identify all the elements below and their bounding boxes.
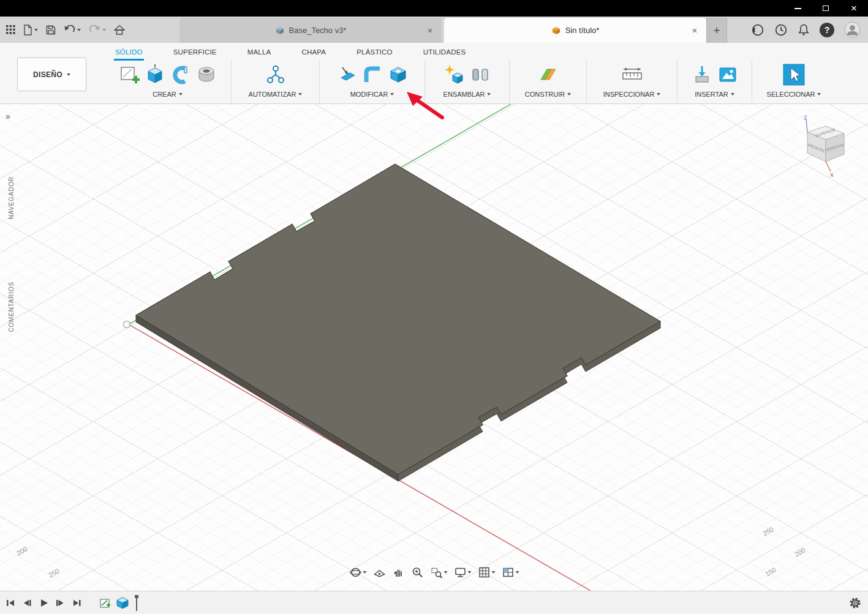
- group-dropdown-insertar[interactable]: INSERTAR: [695, 91, 734, 98]
- extrude-button[interactable]: [144, 64, 166, 86]
- orbit-button[interactable]: [348, 565, 368, 580]
- insert-derive-button[interactable]: [691, 64, 713, 86]
- workspace-selector[interactable]: DISEÑO: [17, 58, 86, 91]
- new-component-button[interactable]: [443, 64, 466, 86]
- tab-close-button[interactable]: ×: [425, 25, 436, 36]
- joint-icon: [469, 64, 491, 86]
- group-dropdown-seleccionar[interactable]: SELECCIONAR: [767, 91, 821, 98]
- insert-derive-icon: [691, 64, 713, 86]
- tab-superficie[interactable]: SUPERFICIE: [172, 47, 218, 61]
- zoom-button[interactable]: [410, 565, 425, 580]
- scale-label: 250: [47, 567, 61, 579]
- go-to-end-button[interactable]: [71, 597, 82, 608]
- display-settings-button[interactable]: [453, 565, 472, 580]
- pan-hand-icon: [392, 566, 404, 578]
- undo-button[interactable]: [64, 25, 81, 34]
- play-button[interactable]: [38, 597, 49, 608]
- press-pull-button[interactable]: [336, 64, 358, 86]
- close-icon: ×: [851, 3, 857, 13]
- viewport-3d[interactable]: 200 250 250 200 150 » NAVEGADOR COMENTAR…: [0, 104, 868, 591]
- construct-plane-button[interactable]: [537, 64, 559, 86]
- tab-close-button[interactable]: ×: [689, 25, 700, 36]
- select-button[interactable]: [781, 62, 807, 88]
- group-dropdown-inspeccionar[interactable]: INSPECCIONAR: [603, 91, 661, 98]
- timeline-sketch-feature[interactable]: [99, 597, 111, 609]
- shell-icon: [387, 64, 409, 86]
- close-window-button[interactable]: ×: [840, 0, 868, 17]
- tab-solido[interactable]: SÓLIDO: [114, 47, 144, 61]
- fillet-button[interactable]: [361, 64, 383, 86]
- save-button[interactable]: [46, 25, 56, 35]
- shell-button[interactable]: [387, 64, 409, 86]
- step-forward-button[interactable]: [55, 597, 66, 608]
- redo-icon: [89, 25, 100, 34]
- tab-plastico[interactable]: PLÁSTICO: [355, 47, 393, 61]
- grid-snaps-button[interactable]: [477, 565, 496, 580]
- dropdown-caret-icon: [487, 93, 491, 95]
- hole-button[interactable]: [195, 64, 217, 86]
- step-back-button[interactable]: [21, 597, 32, 608]
- step-forward-icon: [55, 597, 66, 608]
- group-dropdown-ensamblar[interactable]: ENSAMBLAR: [443, 91, 491, 98]
- viewports-button[interactable]: [500, 565, 520, 580]
- maximize-button[interactable]: [812, 0, 840, 17]
- job-status-button[interactable]: [774, 23, 788, 37]
- look-at-icon: [373, 566, 385, 578]
- canvas-decal-button[interactable]: [717, 64, 739, 86]
- redo-button[interactable]: [89, 25, 106, 34]
- group-label-text: INSPECCIONAR: [603, 91, 655, 98]
- go-to-start-button[interactable]: [5, 597, 16, 608]
- joint-button[interactable]: [469, 64, 491, 86]
- tab-utilidades[interactable]: UTILIDADES: [422, 47, 467, 61]
- app-grid-button[interactable]: [6, 25, 15, 34]
- pan-button[interactable]: [391, 565, 406, 580]
- panel-expand-button[interactable]: »: [6, 111, 10, 121]
- minimize-button[interactable]: [783, 0, 812, 17]
- navigator-panel-tab[interactable]: NAVEGADOR: [8, 176, 15, 219]
- revolve-button[interactable]: [170, 64, 192, 86]
- group-dropdown-construir[interactable]: CONSTRUIR: [525, 91, 571, 98]
- settings-gear-button[interactable]: [848, 596, 862, 610]
- timeline-features: [99, 594, 140, 612]
- profile-avatar[interactable]: [844, 21, 861, 38]
- help-button[interactable]: ?: [820, 23, 834, 37]
- group-label-text: AUTOMATIZAR: [249, 91, 296, 98]
- ribbon-group-modificar: MODIFICAR: [320, 60, 425, 103]
- bell-icon: [798, 23, 810, 36]
- group-label-text: ENSAMBLAR: [443, 91, 485, 98]
- file-menu-button[interactable]: [23, 24, 38, 36]
- group-dropdown-automatizar[interactable]: AUTOMATIZAR: [249, 91, 303, 98]
- new-tab-button[interactable]: +: [706, 18, 727, 43]
- ribbon-group-automatizar: AUTOMATIZAR: [232, 60, 320, 103]
- zoom-window-button[interactable]: [429, 565, 448, 580]
- measure-button[interactable]: [621, 64, 643, 86]
- workspace-caret-icon: [67, 73, 70, 76]
- home-button[interactable]: [114, 25, 125, 35]
- group-dropdown-modificar[interactable]: MODIFICAR: [350, 91, 394, 98]
- orbit-icon: [349, 566, 361, 578]
- look-at-button[interactable]: [372, 565, 387, 580]
- tab-base-techo[interactable]: Base_Techo v3* ×: [179, 18, 442, 43]
- canvas-3d-scene: 200 250 250 200 150: [0, 104, 868, 591]
- extensions-button[interactable]: [751, 23, 764, 37]
- viewcube[interactable]: SUPERIOR FRONTAL DERECHA Z X: [798, 114, 859, 181]
- automate-button[interactable]: [265, 64, 287, 86]
- tab-malla[interactable]: MALLA: [246, 47, 273, 61]
- dropdown-caret-icon: [567, 93, 571, 95]
- tab-chapa[interactable]: CHAPA: [300, 47, 327, 61]
- notifications-button[interactable]: [798, 23, 810, 36]
- timeline-playhead[interactable]: [134, 594, 140, 612]
- create-sketch-button[interactable]: [118, 64, 140, 86]
- model-base-plate[interactable]: [136, 164, 660, 481]
- timeline-playback-controls: [0, 597, 82, 608]
- zoom-window-icon: [430, 566, 442, 578]
- plate-top-face: [136, 164, 660, 474]
- group-dropdown-crear[interactable]: CREAR: [153, 91, 183, 98]
- dropdown-caret-icon: [657, 93, 660, 95]
- tab-sin-titulo[interactable]: Sin título* ×: [444, 18, 706, 43]
- timeline-bar: [0, 591, 868, 614]
- play-icon: [38, 597, 49, 608]
- timeline-extrude-feature[interactable]: [116, 596, 129, 610]
- comments-panel-tab[interactable]: COMENTARIOS: [8, 282, 15, 332]
- viewcube-x-label: X: [830, 172, 834, 178]
